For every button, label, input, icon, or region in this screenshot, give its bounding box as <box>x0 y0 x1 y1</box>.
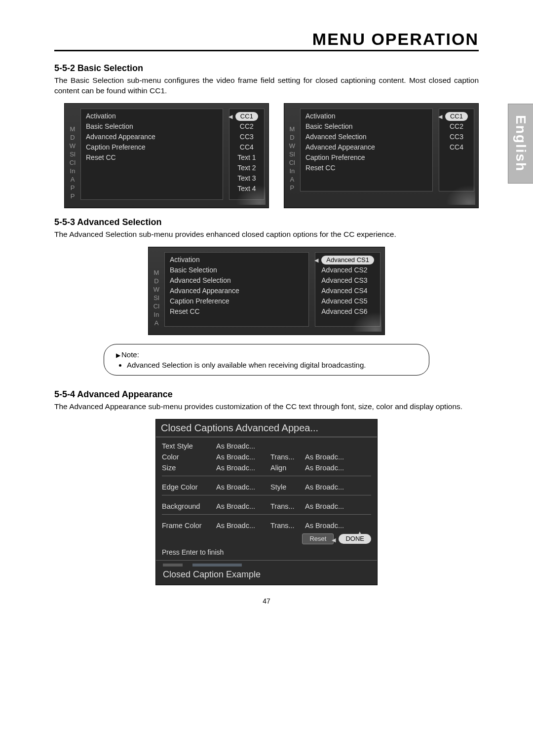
table-cell: Trans... <box>270 453 305 461</box>
table-cell: As Broadc... <box>216 464 270 472</box>
language-tab: English <box>508 104 533 184</box>
osd-selected-value[interactable]: CC1 <box>445 112 468 121</box>
list-item: Advanced Appearance <box>170 286 304 296</box>
list-item: CC2 <box>235 121 258 132</box>
list-item: M <box>70 125 76 133</box>
osd-value-list: Advanced CS1 Advanced CS2Advanced CS3Adv… <box>315 252 381 327</box>
list-item: Text 2 <box>235 163 258 173</box>
bg-letters: MDWSlClInAP <box>288 109 296 191</box>
list-item: P <box>71 192 75 200</box>
osd-selected-value[interactable]: Advanced CS1 <box>321 256 374 265</box>
done-button[interactable]: DONE <box>339 534 371 544</box>
section-552-heading: 5-5-2 Basic Selection <box>54 63 479 74</box>
list-item: CC2 <box>445 121 468 132</box>
bg-letters: MDWSlClInAPP <box>69 109 76 200</box>
table-cell: Text Style <box>162 442 216 450</box>
list-item: Advanced Selection <box>170 275 304 286</box>
osd-value-list: CC1 CC2CC3CC4 <box>439 109 474 191</box>
list-item: Basic Selection <box>305 121 427 132</box>
table-cell <box>305 442 359 450</box>
table-cell: As Broadc... <box>216 453 270 461</box>
list-item: Cl <box>153 302 159 310</box>
table-cell: Color <box>162 453 216 461</box>
list-item: Advanced Selection <box>305 132 427 142</box>
section-554-heading: 5-5-4 Advanced Appearance <box>54 389 479 400</box>
page-title: MENU OPERATION <box>54 30 479 51</box>
table-cell: As Broadc... <box>305 464 359 472</box>
table-cell: Frame Color <box>162 522 216 529</box>
language-tab-label: English <box>513 115 529 172</box>
list-item: Text 1 <box>235 152 258 163</box>
table-cell: Edge Color <box>162 483 216 491</box>
table-cell: As Broadc... <box>216 483 270 491</box>
table-cell: Background <box>162 502 216 510</box>
list-item: In <box>289 167 295 175</box>
list-item: A <box>154 319 159 327</box>
osd-advanced-selection: MDWSlClInA ActivationBasic SelectionAdva… <box>148 247 385 335</box>
list-item: Reset CC <box>86 152 218 163</box>
list-item: Activation <box>86 111 218 121</box>
reset-button[interactable]: Reset <box>302 533 334 544</box>
list-item: Reset CC <box>170 306 304 317</box>
list-item: D <box>290 134 294 141</box>
list-item: Text 3 <box>235 173 258 184</box>
appearance-title: Closed Captions Advanced Appea... <box>156 419 377 437</box>
list-item: M <box>154 269 159 276</box>
table-cell: As Broadc... <box>305 502 359 510</box>
osd-menu-list: ActivationBasic SelectionAdvanced Select… <box>164 252 309 327</box>
list-item: Caption Preference <box>86 142 218 152</box>
section-552-body: The Basic Selection sub-menu configures … <box>54 76 479 96</box>
osd-selected-value[interactable]: CC1 <box>235 112 258 121</box>
table-cell: Size <box>162 464 216 472</box>
osd-basic-right: MDWSlClInAP ActivationBasic SelectionAdv… <box>284 103 479 208</box>
note-box: Note: Advanced Selection is only availab… <box>104 344 429 376</box>
section-554-body: The Advanced Appearance sub-menu provide… <box>54 402 479 412</box>
list-item: Activation <box>170 255 304 265</box>
caption-example: Closed Caption Example <box>156 560 377 585</box>
list-item: D <box>70 134 75 141</box>
table-cell: Style <box>270 483 305 491</box>
table-cell: Trans... <box>270 502 305 510</box>
list-item: Advanced CS2 <box>321 265 374 275</box>
section-553-heading: 5-5-3 Advanced Selection <box>54 217 479 227</box>
list-item: CC4 <box>445 142 468 152</box>
list-item: P <box>71 184 75 191</box>
table-cell: As Broadc... <box>216 442 270 450</box>
list-item: W <box>153 286 159 293</box>
list-item: Advanced Appearance <box>86 132 218 142</box>
list-item: M <box>289 125 295 133</box>
list-item: W <box>70 142 76 150</box>
note-lead: Note: <box>116 350 139 359</box>
table-cell: As Broadc... <box>305 453 359 461</box>
list-item: CC4 <box>235 142 258 152</box>
list-item: Advanced CS4 <box>321 286 374 296</box>
list-item: Text 4 <box>235 184 258 194</box>
list-item: Cl <box>70 159 76 166</box>
table-cell: As Broadc... <box>305 483 359 491</box>
list-item: D <box>154 277 158 285</box>
osd-menu-list: ActivationBasic SelectionAdvanced Appear… <box>80 109 223 200</box>
list-item: Advanced CS5 <box>321 296 374 306</box>
list-item: Advanced CS3 <box>321 275 374 286</box>
list-item: CC3 <box>235 132 258 142</box>
osd-value-list: CC1 CC2CC3CC4Text 1Text 2Text 3Text 4 <box>229 109 265 200</box>
list-item: Sl <box>153 294 159 302</box>
list-item: Basic Selection <box>170 265 304 275</box>
page-number: 47 <box>54 597 479 605</box>
list-item: P <box>290 184 295 191</box>
list-item: Sl <box>289 151 295 158</box>
list-item: Caption Preference <box>305 152 427 163</box>
table-cell: As Broadc... <box>305 522 359 529</box>
table-cell: Align <box>270 464 305 472</box>
list-item: W <box>289 142 295 150</box>
list-item: Caption Preference <box>170 296 304 306</box>
list-item: Cl <box>289 159 295 166</box>
appearance-hint: Press Enter to finish <box>156 547 377 560</box>
table-cell: As Broadc... <box>216 502 270 510</box>
list-item: A <box>290 176 295 183</box>
table-cell: As Broadc... <box>216 522 270 529</box>
osd-advanced-appearance: Closed Captions Advanced Appea... Text S… <box>155 419 378 585</box>
osd-basic-left: MDWSlClInAPP ActivationBasic SelectionAd… <box>64 103 269 208</box>
list-item: Advanced Appearance <box>305 142 427 152</box>
list-item: In <box>70 167 76 175</box>
